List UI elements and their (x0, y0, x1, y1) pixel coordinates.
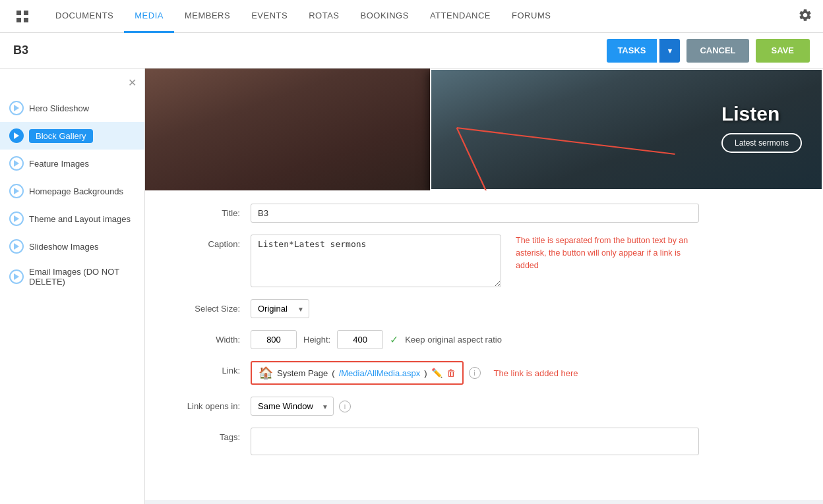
overlay-image-right: Listen Latest sermons (430, 69, 823, 190)
tasks-button[interactable]: TASKS (607, 39, 656, 63)
sidebar-item-label: Feature Images (29, 159, 89, 169)
svg-rect-0 (16, 11, 21, 15)
link-row-inner: 🏠 System Page (/Media/AllMedia.aspx) ✏️ … (251, 361, 578, 385)
link-path[interactable]: /Media/AllMedia.aspx (339, 368, 421, 378)
sidebar-item-block-gallery[interactable]: Block Gallery (0, 122, 144, 150)
link-hint: The link is added here (486, 368, 578, 378)
nav-item-forums[interactable]: FORUMS (501, 0, 561, 33)
tags-label: Tags: (171, 428, 251, 442)
house-icon: 🏠 (259, 366, 273, 380)
link-page-text: System Page (277, 368, 328, 378)
sidebar-item-label: Homepage Backgrounds (29, 186, 123, 196)
caption-label: Caption: (171, 235, 251, 249)
title-label: Title: (171, 204, 251, 218)
overlay-btn: Latest sermons (721, 133, 802, 153)
dimensions-controls: Height: ✓ Keep original aspect ratio (251, 330, 502, 349)
sidebar-item-label: Block Gallery (29, 129, 93, 143)
link-opens-select-wrapper: Same Window New Window ▼ (251, 397, 334, 416)
save-button[interactable]: SAVE (756, 39, 810, 63)
link-row: Link: 🏠 System Page (/Media/AllMedia.asp… (171, 361, 797, 385)
nav-item-members[interactable]: MEMBERS (174, 0, 241, 33)
height-input[interactable] (337, 330, 383, 349)
nav-item-events[interactable]: EVENTS (241, 0, 298, 33)
sidebar-item-label: Email Images (DO NOT DELETE) (29, 267, 135, 287)
nav-item-media[interactable]: MEDIA (124, 0, 174, 33)
sidebar-item-email-images[interactable]: Email Images (DO NOT DELETE) (0, 260, 144, 293)
svg-rect-2 (16, 18, 21, 22)
link-opens-label: Link opens in: (171, 397, 251, 411)
nav-item-rotas[interactable]: ROTAS (298, 0, 350, 33)
svg-rect-3 (24, 18, 28, 22)
tags-row: Tags: (171, 428, 797, 455)
svg-rect-1 (24, 11, 28, 15)
link-label: Link: (171, 361, 251, 376)
feature-images-icon (9, 156, 24, 171)
image-preview: Listen Latest sermons (145, 69, 823, 190)
select-size-label: Select Size: (171, 299, 251, 314)
caption-wrapper: The title is separated from the button t… (251, 235, 706, 287)
email-images-icon (9, 269, 24, 284)
hero-slideshow-icon (9, 101, 24, 115)
select-size-wrapper: Original Small Medium Large ▼ (251, 299, 699, 318)
link-open-paren: ( (332, 368, 334, 378)
theme-layout-icon (9, 211, 24, 226)
main-content: Listen Latest sermons Title: (145, 69, 823, 504)
link-close-paren: ) (424, 368, 427, 378)
page-title: B3 (13, 43, 607, 57)
caption-row: Caption: The title is separated from the… (171, 235, 797, 287)
height-label: Height: (303, 335, 330, 345)
homepage-backgrounds-icon (9, 184, 24, 198)
sidebar-item-label: Slideshow Images (29, 242, 99, 252)
sidebar-item-theme-layout[interactable]: Theme and Layout images (0, 205, 144, 233)
link-opens-info-icon[interactable]: i (339, 401, 351, 412)
sidebar-item-hero-slideshow[interactable]: Hero Slideshow (0, 94, 144, 122)
block-gallery-icon (9, 128, 24, 143)
link-box: 🏠 System Page (/Media/AllMedia.aspx) ✏️ … (251, 361, 464, 385)
header-bar: B3 TASKS ▼ CANCEL SAVE (0, 33, 823, 69)
nav-item-documents[interactable]: DOCUMENTS (45, 0, 124, 33)
sidebar-item-label: Hero Slideshow (29, 103, 89, 113)
nav-logo-icon (11, 5, 34, 28)
link-opens-row: Link opens in: Same Window New Window ▼ … (171, 397, 797, 416)
width-input[interactable] (251, 330, 297, 349)
tags-field-wrapper (251, 428, 699, 455)
link-opens-select[interactable]: Same Window New Window (251, 397, 334, 416)
select-size-select[interactable]: Original Small Medium Large (251, 299, 309, 318)
cancel-button[interactable]: CANCEL (686, 39, 748, 63)
top-nav: DOCUMENTS MEDIA MEMBERS EVENTS ROTAS BOO… (0, 0, 823, 33)
link-delete-icon[interactable]: 🗑 (446, 368, 456, 378)
overlay-content: Listen Latest sermons (721, 103, 802, 153)
caption-hint: The title is separated from the button t… (508, 235, 706, 271)
checkmark-icon: ✓ (390, 333, 398, 346)
title-input[interactable] (251, 204, 699, 223)
select-size-select-wrapper: Original Small Medium Large ▼ (251, 299, 309, 318)
sidebar: ✕ Hero Slideshow Block Gallery Feature I… (0, 69, 145, 504)
keep-ratio-label: Keep original aspect ratio (405, 335, 502, 345)
tags-input[interactable] (251, 428, 699, 455)
overlay-title: Listen (721, 103, 802, 125)
nav-item-bookings[interactable]: BOOKINGS (350, 0, 419, 33)
link-edit-icon[interactable]: ✏️ (431, 368, 442, 378)
title-row: Title: (171, 204, 797, 223)
nav-item-attendance[interactable]: ATTENDANCE (419, 0, 501, 33)
dimensions-row: Width: Height: ✓ Keep original aspect ra… (171, 330, 797, 349)
sidebar-item-slideshow-images[interactable]: Slideshow Images (0, 233, 144, 260)
tasks-dropdown-button[interactable]: ▼ (659, 39, 681, 63)
caption-input[interactable] (251, 235, 501, 287)
title-field-wrapper (251, 204, 699, 223)
sidebar-item-label: Theme and Layout images (29, 214, 131, 224)
form-area: Title: Caption: The title is separated f… (145, 190, 823, 480)
sidebar-item-homepage-backgrounds[interactable]: Homepage Backgrounds (0, 177, 144, 205)
link-info-icon[interactable]: i (469, 367, 481, 379)
content-inner: Listen Latest sermons Title: (145, 69, 823, 500)
slideshow-images-icon (9, 239, 24, 254)
settings-gear-icon[interactable] (798, 8, 812, 24)
nav-items: DOCUMENTS MEDIA MEMBERS EVENTS ROTAS BOO… (45, 0, 798, 33)
width-label: Width: (171, 330, 251, 345)
sidebar-close-icon[interactable]: ✕ (0, 76, 144, 94)
select-size-row: Select Size: Original Small Medium Large… (171, 299, 797, 318)
link-opens-controls: Same Window New Window ▼ i (251, 397, 351, 416)
sidebar-item-feature-images[interactable]: Feature Images (0, 150, 144, 177)
main-layout: ✕ Hero Slideshow Block Gallery Feature I… (0, 69, 823, 504)
